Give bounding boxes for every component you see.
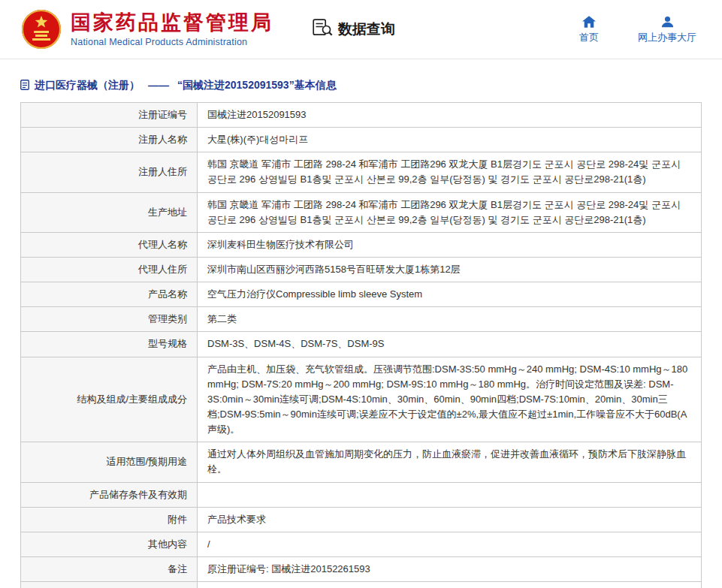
org-name-en: National Medical Products Administration xyxy=(71,37,273,47)
table-row: 其他内容 / xyxy=(21,532,702,556)
row-value: 产品由主机、加压袋、充气软管组成。压强调节范围:DSM-3S:50 mmHg～2… xyxy=(198,357,702,442)
row-label: 注册人名称 xyxy=(21,128,198,152)
row-value: 韩国 京畿道 军浦市 工团路 298-24 和军浦市 工团路296 双龙大厦 B… xyxy=(198,192,702,232)
row-value: 深圳麦科田生物医疗技术有限公司 xyxy=(198,232,702,257)
row-label: 代理人名称 xyxy=(21,232,198,257)
row-label: 审批部门 xyxy=(21,582,198,588)
row-label: 代理人住所 xyxy=(21,257,198,282)
row-value: 国家药品监督管理局 xyxy=(198,582,702,588)
user-icon xyxy=(661,15,674,28)
page-title: 进口医疗器械（注册） —— “国械注进20152091593”基本信息 xyxy=(0,59,722,102)
national-emblem-icon xyxy=(21,9,62,50)
row-label: 备注 xyxy=(21,556,198,581)
row-value: 产品技术要求 xyxy=(198,507,702,532)
nav-home-label: 首页 xyxy=(579,31,599,44)
row-label: 生产地址 xyxy=(21,192,198,232)
row-label: 产品储存条件及有效期 xyxy=(21,482,198,507)
org-names: 国家药品监督管理局 National Medical Products Admi… xyxy=(71,11,273,47)
row-label: 型号规格 xyxy=(21,332,198,357)
table-row: 产品名称 空气压力治疗仪Compressible limb sleeve Sys… xyxy=(21,282,702,307)
nmpa-logo: 国家药品监督管理局 National Medical Products Admi… xyxy=(21,9,273,50)
nav-home[interactable]: 首页 xyxy=(579,15,599,44)
row-value: 国械注进20152091593 xyxy=(198,103,702,128)
table-row: 管理类别 第二类 xyxy=(21,307,702,332)
row-value xyxy=(198,482,702,507)
row-label: 其他内容 xyxy=(21,532,198,556)
table-row: 注册人住所 韩国 京畿道 军浦市 工团路 298-24 和军浦市 工团路296 … xyxy=(21,152,702,192)
row-value: 第二类 xyxy=(198,307,702,332)
row-value: / xyxy=(198,532,702,556)
row-label: 结构及组成/主要组成成分 xyxy=(21,357,198,442)
row-label: 注册证编号 xyxy=(21,103,198,128)
table-row: 附件 产品技术要求 xyxy=(21,507,702,532)
row-label: 产品名称 xyxy=(21,282,198,307)
row-label: 适用范围/预期用途 xyxy=(21,442,198,482)
data-query-icon xyxy=(313,19,333,40)
top-nav: 首页 网上办事大厅 xyxy=(579,15,701,44)
site-header: 国家药品监督管理局 National Medical Products Admi… xyxy=(0,0,722,59)
row-value: 韩国 京畿道 军浦市 工团路 298-24 和军浦市 工团路296 双龙大厦 B… xyxy=(198,152,702,192)
table-row: 适用范围/预期用途 通过对人体外周组织及血管施加周期变化的压力，防止血液瘀滞，促… xyxy=(21,442,702,482)
table-row: 备注 原注册证编号: 国械注进20152261593 xyxy=(21,556,702,581)
table-row: 审批部门 国家药品监督管理局 xyxy=(21,582,702,588)
page-title-separator: —— xyxy=(148,80,169,92)
page-title-text: “国械注进20152091593”基本信息 xyxy=(177,79,337,92)
registration-table-body: 注册证编号 国械注进20152091593 注册人名称 大星(株)(주)대성마리… xyxy=(21,103,702,588)
table-row: 产品储存条件及有效期 xyxy=(21,482,702,507)
nav-service-hall-label: 网上办事大厅 xyxy=(638,31,696,44)
data-query-label: 数据查询 xyxy=(338,20,395,39)
org-name-cn: 国家药品监督管理局 xyxy=(71,11,273,35)
table-row: 生产地址 韩国 京畿道 军浦市 工团路 298-24 和军浦市 工团路296 双… xyxy=(21,192,702,232)
row-value: DSM-3S、DSM-4S、DSM-7S、DSM-9S xyxy=(198,332,702,357)
table-row: 代理人住所 深圳市南山区西丽沙河西路5158号百旺研发大厦1栋第12层 xyxy=(21,257,702,282)
table-row: 注册证编号 国械注进20152091593 xyxy=(21,103,702,128)
row-value: 原注册证编号: 国械注进20152261593 xyxy=(198,556,702,581)
row-label: 注册人住所 xyxy=(21,152,198,192)
row-value: 大星(株)(주)대성마리프 xyxy=(198,128,702,152)
row-value: 深圳市南山区西丽沙河西路5158号百旺研发大厦1栋第12层 xyxy=(198,257,702,282)
row-label: 管理类别 xyxy=(21,307,198,332)
home-icon xyxy=(582,15,596,28)
registration-info-table: 注册证编号 国械注进20152091593 注册人名称 大星(株)(주)대성마리… xyxy=(20,102,702,588)
document-icon xyxy=(20,80,29,92)
table-row: 注册人名称 大星(株)(주)대성마리프 xyxy=(21,128,702,152)
data-query-link[interactable]: 数据查询 xyxy=(313,19,395,40)
table-row: 代理人名称 深圳麦科田生物医疗技术有限公司 xyxy=(21,232,702,257)
row-label: 附件 xyxy=(21,507,198,532)
table-row: 型号规格 DSM-3S、DSM-4S、DSM-7S、DSM-9S xyxy=(21,332,702,357)
row-value: 通过对人体外周组织及血管施加周期变化的压力，防止血液瘀滞，促进并改善血液循环，预… xyxy=(198,442,702,482)
page-title-section: 进口医疗器械（注册） xyxy=(35,79,140,92)
table-row: 结构及组成/主要组成成分 产品由主机、加压袋、充气软管组成。压强调节范围:DSM… xyxy=(21,357,702,442)
row-value: 空气压力治疗仪Compressible limb sleeve System xyxy=(198,282,702,307)
nav-service-hall[interactable]: 网上办事大厅 xyxy=(638,15,696,44)
